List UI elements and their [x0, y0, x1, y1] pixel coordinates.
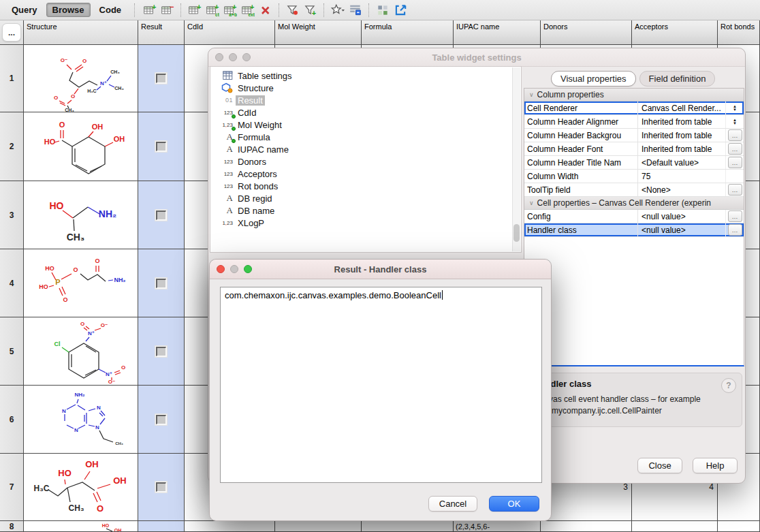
result-checkbox[interactable]	[155, 482, 167, 492]
ellipsis-button[interactable]: …	[728, 184, 742, 195]
tree-item-rot-bonds[interactable]: 123Rot bonds	[210, 180, 521, 192]
stepper-icon[interactable]: ▲▼	[733, 119, 737, 125]
property-row-column-header-alignmer[interactable]: Column Header AlignmerInherited from tab…	[524, 115, 744, 129]
property-section-header[interactable]: ∨Column properties	[524, 89, 744, 101]
close-window-icon[interactable]	[217, 265, 225, 273]
tree-item-iupac-name[interactable]: AIUPAC name	[210, 143, 521, 155]
result-cell-row5[interactable]	[138, 317, 185, 386]
result-checkbox[interactable]	[155, 278, 167, 289]
acceptors-cell-row8[interactable]	[632, 521, 718, 532]
result-cell-row7[interactable]	[138, 454, 185, 521]
column-header-structure[interactable]: Structure	[24, 20, 138, 45]
help-icon[interactable]: ?	[721, 378, 736, 393]
row-header-3[interactable]: 3	[0, 181, 24, 249]
structure-cell-row2[interactable]: OHOOHOH	[24, 112, 138, 181]
property-row-handler-class[interactable]: Handler class<null value>…	[524, 223, 744, 237]
column-header-cdid[interactable]: CdId	[185, 20, 275, 45]
property-row-column-width[interactable]: Column Width75	[524, 170, 744, 183]
tab-field-definition[interactable]: Field definition	[639, 71, 716, 87]
result-cell-row8[interactable]	[138, 521, 185, 532]
property-row-column-header-font[interactable]: Column Header FontInherited from table…	[524, 142, 744, 156]
result-checkbox[interactable]	[155, 210, 167, 221]
result-checkbox[interactable]	[155, 346, 167, 357]
zoom-window-icon[interactable]	[242, 53, 251, 61]
column-header-rot-bonds[interactable]: Rot bonds	[718, 20, 760, 45]
structure-cell-row6[interactable]: NH₂NNNNCH₃	[24, 386, 138, 454]
row-header-4[interactable]: 4	[0, 249, 24, 317]
cdid-cell-row8[interactable]	[185, 521, 275, 532]
tree-item-result[interactable]: 01Result	[210, 94, 521, 106]
property-row-column-header-title-nam[interactable]: Column Header Title Nam<Default value>…	[524, 156, 744, 170]
help-button[interactable]: Help	[693, 458, 738, 473]
tree-item-acceptors[interactable]: 123Acceptors	[210, 168, 521, 180]
column-header-acceptors[interactable]: Acceptors	[632, 20, 718, 45]
row-header-8[interactable]: 8	[0, 521, 24, 532]
stepper-icon[interactable]: ▲▼	[733, 105, 737, 112]
donors-cell-row8[interactable]	[541, 521, 632, 532]
query-filter-button[interactable]	[284, 1, 302, 19]
form-view-button[interactable]	[347, 1, 364, 19]
tab-browse[interactable]: Browse	[46, 3, 91, 17]
add-extra-field-button[interactable]: +ext	[239, 1, 257, 19]
result-checkbox[interactable]	[155, 141, 167, 152]
result-cell-row4[interactable]	[138, 249, 185, 317]
close-window-icon[interactable]	[215, 53, 223, 61]
widgets-button[interactable]	[374, 1, 392, 19]
structure-cell-row4[interactable]: HOHOPOOONH₂	[24, 249, 138, 317]
structure-cell-row7[interactable]: OHHOOHH₃CCH₃O	[24, 454, 138, 521]
close-button[interactable]: Close	[637, 458, 682, 473]
tree-item-formula[interactable]: AFormula	[210, 131, 521, 143]
column-header-formula[interactable]: Formula	[362, 20, 454, 45]
result-checkbox[interactable]	[155, 414, 167, 425]
result-cell-row1[interactable]	[138, 45, 185, 112]
result-cell-row2[interactable]	[138, 112, 185, 181]
tab-code[interactable]: Code	[93, 3, 128, 17]
add-standard-field-button[interactable]: +	[186, 1, 204, 19]
tree-item-structure[interactable]: Structure	[210, 82, 521, 94]
tree-item-table-settings[interactable]: Table settings	[210, 69, 521, 82]
tree-scrollbar-thumb[interactable]	[513, 224, 520, 242]
add-calculated-field-button[interactable]: +a+b	[221, 1, 239, 19]
cancel-button[interactable]: Cancel	[428, 496, 477, 512]
open-in-editor-button[interactable]	[392, 1, 409, 19]
tree-item-xlogp[interactable]: 1,23XLogP	[210, 217, 521, 229]
tab-query[interactable]: Query	[5, 3, 44, 17]
row-header-5[interactable]: 5	[0, 317, 24, 386]
table-options-button[interactable]: ...	[2, 23, 21, 42]
structure-cell-row3[interactable]: HONH₂CH₃	[24, 181, 138, 249]
remove-grid-view-button[interactable]: −	[159, 1, 176, 19]
result-checkbox[interactable]	[155, 73, 167, 84]
ellipsis-button[interactable]: …	[728, 143, 742, 155]
add-chemical-terms-field-button[interactable]: +ct	[204, 1, 221, 19]
mol-weight-cell-row8[interactable]	[275, 521, 362, 532]
property-section-header[interactable]: ∨Cell properties – Canvas Cell Renderer …	[524, 197, 744, 210]
tree-item-mol-weight[interactable]: 1,23Mol Weight	[210, 119, 521, 131]
tree-item-donors[interactable]: 123Donors	[210, 155, 521, 168]
row-header-7[interactable]: 7	[0, 454, 24, 521]
column-header-iupac-name[interactable]: IUPAC name	[454, 20, 541, 45]
column-header-donors[interactable]: Donors	[541, 20, 632, 45]
row-header-6[interactable]: 6	[0, 386, 24, 454]
tree-item-db-name[interactable]: ADB name	[210, 204, 521, 217]
minimize-window-icon[interactable]	[229, 53, 237, 61]
formula-cell-row8[interactable]	[362, 521, 454, 532]
minimize-window-icon[interactable]	[230, 265, 238, 273]
favorites-button[interactable]	[329, 1, 347, 19]
result-cell-row6[interactable]	[138, 386, 185, 454]
ok-button[interactable]: OK	[489, 496, 539, 512]
tab-visual-properties[interactable]: Visual properties	[551, 71, 636, 87]
ellipsis-button[interactable]: …	[728, 157, 742, 168]
ellipsis-button[interactable]: …	[728, 129, 742, 141]
iupac-name-cell-row8[interactable]: (2,3,4,5,6-	[454, 521, 541, 532]
ellipsis-button[interactable]: …	[728, 210, 742, 222]
column-header-result[interactable]: Result	[138, 20, 185, 45]
result-cell-row3[interactable]	[138, 181, 185, 249]
structure-cell-row8[interactable]: HOOH	[24, 521, 138, 532]
tree-item-cdid[interactable]: 123CdId	[210, 106, 521, 119]
column-header-mol-weight[interactable]: Mol Weight	[275, 20, 362, 45]
add-filter-button[interactable]: +	[302, 1, 319, 19]
handler-class-input[interactable]: com.chemaxon.ijc.canvas.examples.demo.Bo…	[220, 287, 542, 483]
tree-scrollbar[interactable]	[512, 67, 520, 251]
remove-field-button[interactable]	[257, 1, 274, 19]
property-row-cell-renderer[interactable]: Cell RendererCanvas Cell Render...▲▼	[524, 101, 744, 115]
